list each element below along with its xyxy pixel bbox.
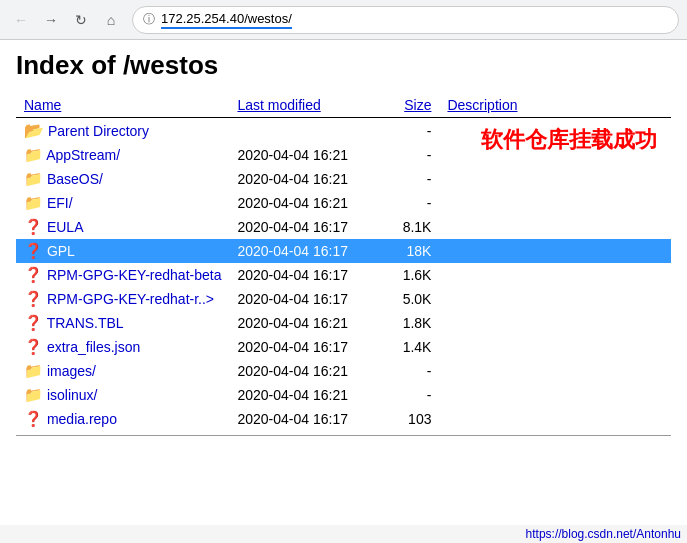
table-row: 📁 isolinux/2020-04-04 16:21- xyxy=(16,383,671,407)
file-date-cell xyxy=(229,118,389,144)
file-date-cell: 2020-04-04 16:17 xyxy=(229,407,389,431)
file-link[interactable]: Parent Directory xyxy=(48,123,149,139)
lock-icon: ⓘ xyxy=(143,11,155,28)
table-row: 📂 Parent Directory- xyxy=(16,118,671,144)
file-icon: ❓ xyxy=(24,266,43,283)
back-button[interactable]: ← xyxy=(8,7,34,33)
page-title: Index of /westos xyxy=(16,50,671,81)
folder-icon: 📁 xyxy=(24,146,43,163)
file-link[interactable]: EFI/ xyxy=(47,195,73,211)
file-date-cell: 2020-04-04 16:17 xyxy=(229,287,389,311)
nav-buttons: ← → ↻ ⌂ xyxy=(8,7,124,33)
col-name-link[interactable]: Name xyxy=(24,97,61,113)
file-date-cell: 2020-04-04 16:21 xyxy=(229,191,389,215)
file-icon: ❓ xyxy=(24,218,43,235)
file-desc-cell xyxy=(439,191,671,215)
file-size-cell: 103 xyxy=(389,407,439,431)
file-link[interactable]: GPL xyxy=(47,243,75,259)
file-date-cell: 2020-04-04 16:17 xyxy=(229,215,389,239)
forward-button[interactable]: → xyxy=(38,7,64,33)
file-link[interactable]: AppStream/ xyxy=(46,147,120,163)
file-desc-cell xyxy=(439,263,671,287)
file-desc-cell xyxy=(439,239,671,263)
folder-icon: 📁 xyxy=(24,386,43,403)
file-name-cell: ❓ RPM-GPG-KEY-redhat-beta xyxy=(16,263,229,287)
file-name-cell: 📁 images/ xyxy=(16,359,229,383)
file-desc-cell xyxy=(439,287,671,311)
col-header-name: Name xyxy=(16,93,229,118)
file-icon: ❓ xyxy=(24,410,43,427)
table-row: ❓ media.repo2020-04-04 16:17103 xyxy=(16,407,671,431)
file-link[interactable]: RPM-GPG-KEY-redhat-beta xyxy=(47,267,222,283)
file-desc-cell xyxy=(439,383,671,407)
file-icon: ❓ xyxy=(24,242,43,259)
table-row: 📁 images/2020-04-04 16:21- xyxy=(16,359,671,383)
table-row: 📁 EFI/2020-04-04 16:21- xyxy=(16,191,671,215)
file-date-cell: 2020-04-04 16:21 xyxy=(229,311,389,335)
page-content: Index of /westos 软件仓库挂载成功 Name Last modi… xyxy=(0,40,687,450)
browser-toolbar: ← → ↻ ⌂ ⓘ 172.25.254.40/westos/ xyxy=(0,0,687,40)
file-desc-cell xyxy=(439,311,671,335)
table-row: ❓ EULA2020-04-04 16:178.1K xyxy=(16,215,671,239)
file-name-cell: ❓ extra_files.json xyxy=(16,335,229,359)
table-row: ❓ RPM-GPG-KEY-redhat-r..>2020-04-04 16:1… xyxy=(16,287,671,311)
file-name-cell: ❓ RPM-GPG-KEY-redhat-r..> xyxy=(16,287,229,311)
file-date-cell: 2020-04-04 16:21 xyxy=(229,359,389,383)
folder-icon: 📁 xyxy=(24,170,43,187)
address-bar[interactable]: ⓘ 172.25.254.40/westos/ xyxy=(132,6,679,34)
file-name-cell: 📁 EFI/ xyxy=(16,191,229,215)
file-date-cell: 2020-04-04 16:21 xyxy=(229,167,389,191)
file-size-cell: 18K xyxy=(389,239,439,263)
parent-icon: 📂 xyxy=(24,122,44,139)
file-desc-cell xyxy=(439,407,671,431)
file-size-cell: - xyxy=(389,191,439,215)
file-size-cell: 8.1K xyxy=(389,215,439,239)
file-desc-cell xyxy=(439,118,671,144)
file-link[interactable]: isolinux/ xyxy=(47,387,98,403)
col-header-desc: Description xyxy=(439,93,671,118)
file-date-cell: 2020-04-04 16:17 xyxy=(229,335,389,359)
col-header-modified: Last modified xyxy=(229,93,389,118)
file-size-cell: 1.6K xyxy=(389,263,439,287)
col-desc-link[interactable]: Description xyxy=(447,97,517,113)
home-button[interactable]: ⌂ xyxy=(98,7,124,33)
file-link[interactable]: RPM-GPG-KEY-redhat-r..> xyxy=(47,291,214,307)
file-icon: ❓ xyxy=(24,290,43,307)
folder-icon: 📁 xyxy=(24,194,43,211)
file-link[interactable]: images/ xyxy=(47,363,96,379)
reload-button[interactable]: ↻ xyxy=(68,7,94,33)
file-name-cell: ❓ TRANS.TBL xyxy=(16,311,229,335)
table-row: 📁 BaseOS/2020-04-04 16:21- xyxy=(16,167,671,191)
file-link[interactable]: EULA xyxy=(47,219,84,235)
file-link[interactable]: TRANS.TBL xyxy=(47,315,124,331)
file-date-cell: 2020-04-04 16:21 xyxy=(229,143,389,167)
table-row: 📁 AppStream/2020-04-04 16:21- xyxy=(16,143,671,167)
table-row: ❓ RPM-GPG-KEY-redhat-beta2020-04-04 16:1… xyxy=(16,263,671,287)
file-size-cell: - xyxy=(389,383,439,407)
table-divider xyxy=(16,435,671,436)
file-desc-cell xyxy=(439,359,671,383)
file-size-cell: - xyxy=(389,118,439,144)
file-link[interactable]: media.repo xyxy=(47,411,117,427)
file-date-cell: 2020-04-04 16:17 xyxy=(229,239,389,263)
file-name-cell: 📁 isolinux/ xyxy=(16,383,229,407)
file-date-cell: 2020-04-04 16:21 xyxy=(229,383,389,407)
file-desc-cell xyxy=(439,215,671,239)
table-row: ❓ extra_files.json2020-04-04 16:171.4K xyxy=(16,335,671,359)
table-row: ❓ GPL2020-04-04 16:1718K xyxy=(16,239,671,263)
file-desc-cell xyxy=(439,335,671,359)
url-text: 172.25.254.40/westos/ xyxy=(161,11,292,29)
file-icon: ❓ xyxy=(24,338,43,355)
file-link[interactable]: extra_files.json xyxy=(47,339,140,355)
file-name-cell: 📁 BaseOS/ xyxy=(16,167,229,191)
file-date-cell: 2020-04-04 16:17 xyxy=(229,263,389,287)
file-listing-table: Name Last modified Size Description 📂 Pa… xyxy=(16,93,671,431)
col-modified-link[interactable]: Last modified xyxy=(237,97,320,113)
file-size-cell: - xyxy=(389,143,439,167)
col-size-link[interactable]: Size xyxy=(404,97,431,113)
file-link[interactable]: BaseOS/ xyxy=(47,171,103,187)
file-name-cell: 📁 AppStream/ xyxy=(16,143,229,167)
file-name-cell: ❓ media.repo xyxy=(16,407,229,431)
file-size-cell: 1.4K xyxy=(389,335,439,359)
table-header-row: Name Last modified Size Description xyxy=(16,93,671,118)
